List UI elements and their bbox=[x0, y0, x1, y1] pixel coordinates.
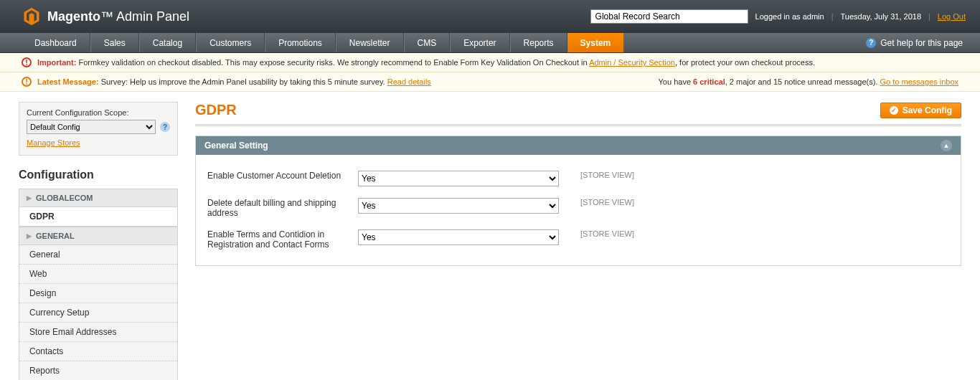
main-area: Current Configuration Scope: Default Con… bbox=[0, 92, 980, 380]
notice-important-label: Important: bbox=[37, 58, 76, 67]
sidebar-item-gdpr[interactable]: GDPR bbox=[19, 207, 177, 227]
logged-in-text: Logged in as admin bbox=[755, 12, 824, 21]
row-enable-account-deletion: Enable Customer Account Deletion Yes [ST… bbox=[207, 165, 949, 192]
nav-catalog[interactable]: Catalog bbox=[139, 33, 196, 52]
sidebar-list-globalecom: GDPR bbox=[19, 207, 178, 227]
notice-important-text: Formkey validation on checkout disabled.… bbox=[78, 58, 589, 67]
save-config-button[interactable]: ✓ Save Config bbox=[880, 103, 961, 118]
sidebar-item-web[interactable]: Web bbox=[19, 265, 177, 284]
logout-link[interactable]: Log Out bbox=[938, 12, 966, 21]
form-label: Enable Terms and Contidion in Registrati… bbox=[207, 229, 358, 250]
chevron-right-icon: ▶ bbox=[27, 194, 32, 201]
configuration-heading: Configuration bbox=[19, 168, 178, 181]
separator: | bbox=[928, 12, 930, 21]
alert-icon: ! bbox=[22, 57, 32, 67]
global-search-input[interactable] bbox=[590, 9, 748, 24]
enable-account-deletion-select[interactable]: Yes bbox=[358, 171, 559, 186]
separator: | bbox=[831, 12, 834, 21]
form-label: Enable Customer Account Deletion bbox=[207, 171, 358, 181]
collapse-icon[interactable]: ▲ bbox=[941, 140, 952, 151]
notice-latest-text: Survey: Help us improve the Admin Panel … bbox=[101, 77, 387, 86]
sidebar-item-currency-setup[interactable]: Currency Setup bbox=[19, 303, 177, 323]
fieldset-head[interactable]: General Setting ▲ bbox=[196, 136, 961, 155]
scope-label: [STORE VIEW] bbox=[580, 198, 634, 206]
nav-cms[interactable]: CMS bbox=[404, 33, 451, 52]
notice-latest-link[interactable]: Read details bbox=[387, 77, 431, 86]
config-scope-select[interactable]: Default Config bbox=[27, 120, 156, 134]
notice-latest-right: You have 6 critical, 2 major and 15 noti… bbox=[659, 77, 958, 86]
check-icon: ✓ bbox=[890, 106, 898, 115]
admin-header: Magento™ Admin Panel Logged in as admin … bbox=[0, 0, 980, 33]
main-nav: Dashboard Sales Catalog Customers Promot… bbox=[0, 33, 980, 53]
fieldset-body: Enable Customer Account Deletion Yes [ST… bbox=[196, 155, 961, 265]
notice-latest: ! Latest Message: Survey: Help us improv… bbox=[0, 72, 980, 92]
help-icon: ? bbox=[866, 38, 876, 48]
config-scope-box: Current Configuration Scope: Default Con… bbox=[19, 102, 178, 156]
page-title-row: GDPR ✓ Save Config bbox=[195, 102, 961, 118]
delete-default-address-select[interactable]: Yes bbox=[358, 198, 559, 214]
nav-help-label: Get help for this page bbox=[880, 38, 963, 48]
nav-dashboard[interactable]: Dashboard bbox=[22, 33, 90, 52]
sidebar-item-design[interactable]: Design bbox=[19, 284, 177, 303]
form-label: Delete default billing and shipping addr… bbox=[207, 198, 358, 218]
chevron-right-icon: ▶ bbox=[27, 232, 32, 239]
nav-help[interactable]: ? Get help for this page bbox=[863, 33, 966, 52]
row-delete-default-address: Delete default billing and shipping addr… bbox=[207, 192, 949, 224]
sidebar-item-store-email[interactable]: Store Email Addresses bbox=[19, 323, 177, 342]
nav-sales[interactable]: Sales bbox=[90, 33, 139, 52]
logo: Magento™ Admin Panel bbox=[22, 6, 189, 27]
nav-system[interactable]: System bbox=[567, 33, 624, 52]
nav-exporter[interactable]: Exporter bbox=[450, 33, 509, 52]
title-underline bbox=[195, 124, 961, 127]
config-scope-label: Current Configuration Scope: bbox=[27, 108, 170, 117]
magento-logo-icon bbox=[22, 6, 42, 27]
sidebar-item-contacts[interactable]: Contacts bbox=[19, 342, 177, 361]
sidebar-item-general[interactable]: General bbox=[19, 245, 177, 265]
page-title: GDPR bbox=[195, 102, 237, 118]
notice-important-link[interactable]: Admin / Security Section bbox=[589, 58, 675, 67]
nav-promotions[interactable]: Promotions bbox=[265, 33, 336, 52]
notice-latest-label: Latest Message: bbox=[37, 77, 99, 86]
critical-count: 6 critical bbox=[693, 77, 725, 86]
enable-terms-select[interactable]: Yes bbox=[358, 229, 559, 245]
nav-newsletter[interactable]: Newsletter bbox=[336, 33, 404, 52]
sidebar-section-general[interactable]: ▶ GENERAL bbox=[19, 227, 178, 245]
scope-label: [STORE VIEW] bbox=[580, 171, 634, 179]
row-enable-terms: Enable Terms and Contidion in Registrati… bbox=[207, 224, 949, 255]
logo-text: Magento™ Admin Panel bbox=[47, 9, 189, 24]
header-date: Tuesday, July 31, 2018 bbox=[840, 12, 921, 21]
manage-stores-link[interactable]: Manage Stores bbox=[27, 138, 80, 147]
sidebar-section-globalecom[interactable]: ▶ GLOBALECOM bbox=[19, 189, 178, 207]
notice-important: ! Important: Formkey validation on check… bbox=[0, 53, 980, 72]
messages-inbox-link[interactable]: Go to messages inbox bbox=[880, 77, 958, 86]
content-area: GDPR ✓ Save Config General Setting ▲ Ena… bbox=[195, 102, 961, 380]
scope-help-icon[interactable]: ? bbox=[160, 122, 170, 132]
sidebar: Current Configuration Scope: Default Con… bbox=[19, 102, 178, 380]
scope-label: [STORE VIEW] bbox=[580, 229, 634, 238]
nav-reports[interactable]: Reports bbox=[510, 33, 567, 52]
info-icon: ! bbox=[22, 77, 32, 87]
nav-customers[interactable]: Customers bbox=[196, 33, 265, 52]
fieldset-general-setting: General Setting ▲ Enable Customer Accoun… bbox=[195, 136, 961, 266]
sidebar-item-reports[interactable]: Reports bbox=[19, 361, 177, 380]
sidebar-list-general: General Web Design Currency Setup Store … bbox=[19, 245, 178, 380]
notice-important-after: , for protect your own checkout process. bbox=[675, 58, 815, 67]
header-right: Logged in as admin | Tuesday, July 31, 2… bbox=[590, 9, 966, 24]
